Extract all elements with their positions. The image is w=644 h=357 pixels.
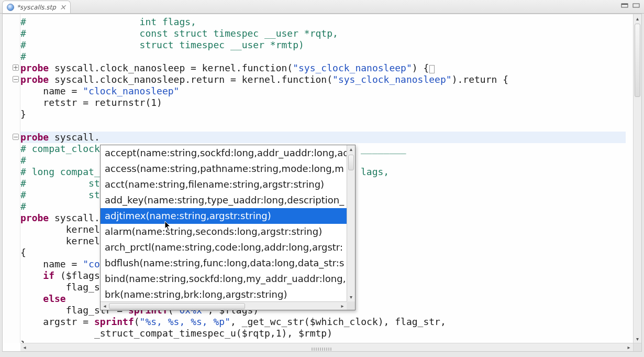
autocomplete-vscroll[interactable]: ▴ ▾ — [347, 145, 355, 301]
mouse-cursor — [164, 221, 172, 231]
scroll-right-icon[interactable]: ▸ — [338, 303, 347, 309]
autocomplete-item[interactable]: alarm(name:string,seconds:long,argstr:st… — [101, 224, 347, 240]
autocomplete-scroll-corner — [347, 301, 355, 310]
tab-syscalls[interactable]: *syscalls.stp ✕ — [2, 1, 71, 13]
scroll-up-icon[interactable]: ▴ — [634, 14, 641, 23]
tab-bar: *syscalls.stp ✕ — [0, 0, 644, 14]
file-icon — [7, 4, 14, 11]
autocomplete-popup[interactable]: accept(name:string,sockfd:long,addr_uadd… — [100, 145, 356, 310]
autocomplete-item[interactable]: bdflush(name:string,func:long,data:long,… — [101, 255, 347, 271]
tab-title: *syscalls.stp — [17, 4, 56, 11]
scroll-down-icon[interactable]: ▾ — [634, 334, 641, 343]
autocomplete-item[interactable]: access(name:string,pathname:string,mode:… — [101, 161, 347, 177]
autocomplete-hthumb[interactable] — [109, 303, 245, 309]
close-icon[interactable]: ✕ — [59, 3, 67, 12]
autocomplete-item[interactable]: acct(name:string,filename:string,argstr:… — [101, 177, 347, 192]
autocomplete-item[interactable]: add_key(name:string,type_uaddr:long,desc… — [101, 192, 347, 208]
vertical-scrollbar[interactable]: ▴ ▾ — [633, 14, 641, 343]
autocomplete-list[interactable]: accept(name:string,sockfd:long,addr_uadd… — [101, 145, 347, 301]
autocomplete-vthumb[interactable] — [348, 155, 354, 170]
fold-expand-icon[interactable]: + — [13, 64, 19, 71]
scroll-left-icon[interactable]: ◂ — [101, 303, 109, 309]
tab-bar-controls — [621, 2, 641, 9]
editor-window: *syscalls.stp ✕ # int flags,# const stru… — [0, 0, 644, 357]
svg-rect-1 — [621, 4, 628, 5]
minimize-icon[interactable] — [621, 2, 629, 9]
autocomplete-item[interactable]: brk(name:string,brk:long,argstr:string) — [101, 287, 347, 301]
scroll-down-icon[interactable]: ▾ — [347, 293, 355, 301]
autocomplete-item[interactable]: bind(name:string,sockfd:long,my_addr_uad… — [101, 271, 347, 287]
scrollbar-corner — [633, 343, 641, 351]
fold-collapse-icon[interactable]: − — [13, 76, 19, 82]
autocomplete-item[interactable]: adjtimex(name:string,argstr:string) — [101, 208, 347, 224]
maximize-icon[interactable] — [632, 2, 641, 9]
scroll-left-icon[interactable]: ◂ — [20, 344, 29, 350]
autocomplete-item[interactable]: arch_prctl(name:string,code:long,addr:lo… — [101, 240, 347, 255]
autocomplete-hscroll[interactable]: ◂ ▸ — [101, 301, 347, 310]
scroll-up-icon[interactable]: ▴ — [347, 145, 355, 154]
vscroll-thumb[interactable] — [635, 24, 640, 97]
autocomplete-item[interactable]: accept(name:string,sockfd:long,addr_uadd… — [101, 145, 347, 161]
svg-rect-2 — [633, 4, 639, 7]
fold-collapse-icon[interactable]: − — [13, 134, 19, 140]
scroll-right-icon[interactable]: ▸ — [625, 344, 633, 350]
resize-grip[interactable] — [312, 348, 332, 351]
